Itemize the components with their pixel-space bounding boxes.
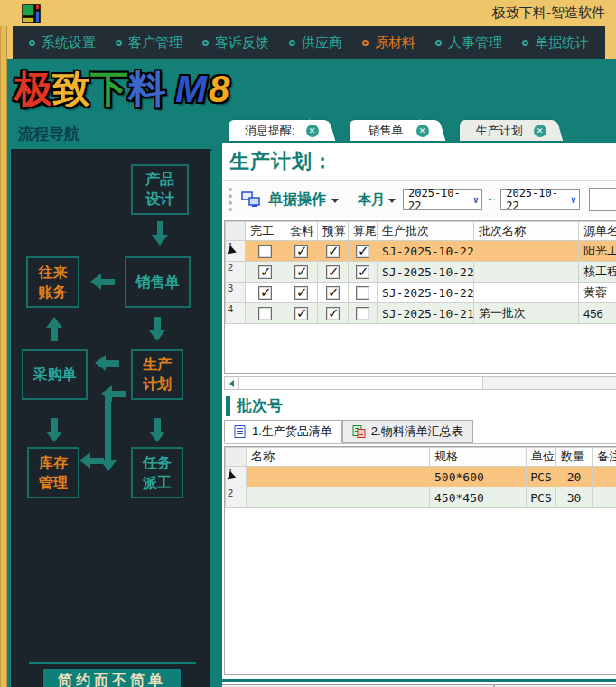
tab-material-summary[interactable]: 2.物料清单汇总表	[342, 420, 473, 443]
cell-batch-name[interactable]	[474, 241, 579, 262]
col-header-qty[interactable]: 数量	[556, 448, 593, 467]
col-header-spec[interactable]: 规格	[430, 448, 527, 467]
detail-tabstrip: 1.生产货品清单 2.物料清单汇总表	[224, 421, 616, 444]
cell-spec[interactable]: 500*600	[430, 467, 527, 487]
checkbox-budget[interactable]	[326, 245, 340, 258]
close-icon[interactable]: ✕	[306, 125, 319, 137]
cell-batch-name[interactable]	[474, 262, 579, 283]
arrow-up-icon	[46, 317, 62, 341]
flow-node-product-design[interactable]: 产品 设计	[131, 164, 189, 215]
col-header-batch-name[interactable]: 批次名称	[474, 222, 579, 241]
checkbox-nesting[interactable]	[294, 286, 308, 300]
cell-source[interactable]: 阳光工程	[579, 241, 616, 262]
date-to-picker[interactable]: 2025-10-22 ∨	[500, 189, 580, 210]
menu-item-suppliers[interactable]: 供应商	[289, 34, 342, 51]
app-logo-icon	[22, 4, 42, 23]
col-header-source[interactable]: 源单名	[579, 222, 616, 241]
flow-node-production-plan[interactable]: 生产 计划	[131, 349, 183, 400]
tab-message-alerts[interactable]: 消息提醒: ✕	[227, 118, 324, 141]
checkbox-budget[interactable]	[326, 265, 340, 279]
menu-item-complaints[interactable]: 客诉反馈	[202, 34, 269, 51]
menu-dot-icon	[202, 40, 209, 46]
current-row-indicator-icon	[228, 471, 238, 482]
close-icon[interactable]: ✕	[534, 125, 546, 137]
checkbox-budget[interactable]	[326, 307, 340, 320]
col-header-nesting[interactable]: 套料	[285, 222, 318, 241]
close-icon[interactable]: ✕	[416, 125, 429, 137]
horizontal-scrollbar[interactable]	[224, 376, 616, 390]
cell-spec[interactable]: 450*450	[430, 487, 527, 508]
table-row[interactable]: 4 SJ-2025-10-21-001 第一批次 456	[226, 303, 616, 324]
chevron-down-icon[interactable]	[388, 199, 396, 203]
menu-item-doc-stats[interactable]: 单据统计	[522, 34, 589, 51]
cell-name[interactable]	[247, 487, 430, 508]
cell-qty[interactable]: 20	[556, 467, 593, 487]
arrow-left-icon	[95, 355, 119, 371]
col-header-tail[interactable]: 算尾	[349, 222, 378, 241]
table-row[interactable]: 3 SJ-2025-10-22-001 黄蓉	[226, 283, 616, 303]
scroll-left-button[interactable]	[225, 377, 239, 389]
flow-node-purchase-order[interactable]: 采购单	[22, 349, 88, 400]
cell-batch-name[interactable]: 第一批次	[474, 303, 579, 324]
menu-item-raw-materials[interactable]: 原材料	[362, 34, 415, 51]
table-row[interactable]: 2 SJ-2025-10-22-002 核工程	[226, 262, 616, 283]
cell-note[interactable]	[593, 487, 616, 508]
chevron-down-icon[interactable]: ∨	[571, 194, 577, 206]
cell-name[interactable]	[247, 467, 430, 487]
cell-source[interactable]: 核工程	[579, 262, 616, 283]
checkbox-tail[interactable]	[356, 265, 369, 279]
cell-batch-no[interactable]: SJ-2025-10-22-002	[378, 262, 474, 283]
checkbox-nesting[interactable]	[294, 307, 308, 320]
table-row[interactable]: 1 SJ-2025-10-22-003 阳光工程	[226, 241, 616, 262]
doc-operations-button[interactable]: 单据操作	[268, 190, 326, 209]
cell-batch-no[interactable]: SJ-2025-10-22-001	[378, 283, 474, 303]
cell-batch-no[interactable]: SJ-2025-10-21-001	[378, 303, 474, 324]
menu-item-system-settings[interactable]: 系统设置	[29, 34, 96, 51]
cell-source[interactable]: 黄蓉	[579, 283, 616, 303]
cell-unit[interactable]: PCS	[527, 487, 556, 508]
tab-product-list[interactable]: 1.生产货品清单	[224, 420, 342, 443]
col-header-note[interactable]: 备注	[593, 448, 616, 467]
titlebar: 极致下料-智造软件	[0, 0, 616, 26]
checkbox-tail[interactable]	[356, 307, 369, 320]
flow-node-inventory-mgmt[interactable]: 库存 管理	[27, 447, 79, 498]
checkbox-done[interactable]	[258, 245, 272, 258]
checkbox-done[interactable]	[258, 265, 272, 279]
cell-note[interactable]	[593, 467, 616, 487]
filter-input[interactable]	[589, 188, 616, 211]
checkbox-nesting[interactable]	[294, 265, 308, 279]
tab-sales-order[interactable]: 销售单 ✕	[348, 118, 434, 141]
flow-node-sales-order[interactable]: 销售单	[125, 256, 191, 308]
col-header-budget[interactable]: 预算	[318, 222, 349, 241]
chevron-down-icon[interactable]: ∨	[472, 194, 479, 206]
sidebar-flow-navigation: 流程导航 产品 设计 往来 账务 销售单 采购单	[0, 118, 221, 687]
col-header-done[interactable]: 完工	[246, 222, 285, 241]
cell-qty[interactable]: 30	[556, 487, 593, 508]
tab-production-plan[interactable]: 生产计划 ✕	[458, 118, 552, 141]
toolbar-grip-handle[interactable]	[229, 188, 232, 211]
cell-batch-no[interactable]: SJ-2025-10-22-003	[378, 241, 474, 262]
checkbox-done[interactable]	[258, 286, 272, 300]
chevron-down-icon[interactable]	[331, 199, 339, 203]
menu-item-hr[interactable]: 人事管理	[435, 34, 502, 51]
cell-batch-name[interactable]	[474, 283, 579, 303]
menu-item-customer-mgmt[interactable]: 客户管理	[116, 34, 182, 51]
cell-source[interactable]: 456	[579, 303, 616, 324]
checkbox-done[interactable]	[258, 307, 272, 320]
flow-node-accounts[interactable]: 往来 账务	[26, 256, 79, 308]
flow-connector-line	[105, 395, 111, 460]
checkbox-tail[interactable]	[356, 286, 369, 300]
period-dropdown[interactable]: 本月	[358, 191, 385, 209]
table-row[interactable]: 2 450*450 PCS 30	[226, 487, 616, 508]
col-header-batch-no[interactable]: 生产批次	[378, 222, 474, 241]
scrollbar-thumb[interactable]	[239, 377, 483, 389]
cell-unit[interactable]: PCS	[527, 467, 556, 487]
date-from-picker[interactable]: 2025-10-22 ∨	[403, 189, 482, 210]
checkbox-tail[interactable]	[356, 245, 369, 258]
flow-node-task-dispatch[interactable]: 任务 派工	[131, 447, 183, 498]
col-header-unit[interactable]: 单位	[527, 448, 556, 467]
checkbox-budget[interactable]	[326, 286, 340, 300]
checkbox-nesting[interactable]	[294, 245, 308, 258]
table-row[interactable]: 1 500*600 PCS 20	[226, 467, 616, 487]
col-header-name[interactable]: 名称	[247, 448, 430, 467]
